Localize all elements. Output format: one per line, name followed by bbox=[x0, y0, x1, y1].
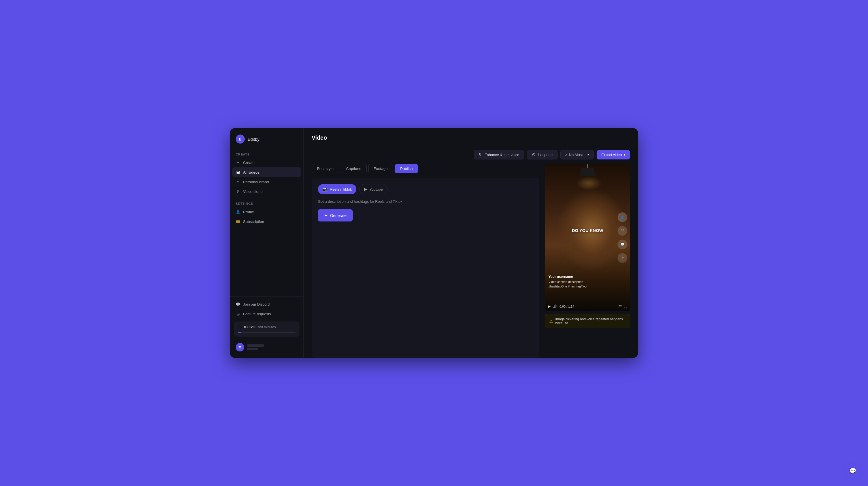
plus-icon: ✦ bbox=[236, 160, 240, 165]
chevron-down-icon-export: ▾ bbox=[624, 153, 625, 156]
tab-publish[interactable]: Publish bbox=[395, 164, 418, 173]
tab-captions[interactable]: Captions bbox=[341, 164, 367, 173]
video-controls: ▶ 🔊 0:00 / 1:14 CC ⛶ bbox=[548, 304, 627, 309]
sidebar-item-voice-clone[interactable]: 🎙 Voice clone bbox=[230, 187, 303, 196]
music-icon: ♪ bbox=[565, 152, 567, 157]
main-content: Video 🎙 Enhance & trim voice ⏱ 1x speed … bbox=[304, 128, 638, 358]
fullscreen-button[interactable]: ⛶ bbox=[624, 304, 627, 309]
mic-icon: 🎙 bbox=[236, 189, 240, 194]
video-time: 0:00 / 1:14 bbox=[559, 305, 615, 308]
usage-box: ⏱ 0 / 120 used minutes bbox=[234, 321, 300, 337]
clock-icon: ⏱ bbox=[238, 325, 243, 329]
enhance-icon: 🎙 bbox=[478, 152, 483, 157]
publish-panel: 📷 Reels / Tiktok ▶ Youtube Get a descrip… bbox=[312, 178, 539, 358]
video-comment-btn[interactable]: 💬 bbox=[618, 239, 627, 249]
platform-tab-youtube[interactable]: ▶ Youtube bbox=[359, 184, 388, 194]
video-thumbnail: DO YOU KNOW 👤 ♡ 💬 ↗ Your username Vi bbox=[545, 164, 630, 311]
platform-tabs: 📷 Reels / Tiktok ▶ Youtube bbox=[318, 184, 533, 194]
sidebar-item-profile[interactable]: 👤 Profile bbox=[230, 207, 303, 217]
generate-icon: ✦ bbox=[324, 213, 328, 218]
main-header: Video bbox=[304, 128, 638, 145]
captions-toggle[interactable]: CC bbox=[618, 304, 622, 309]
notification-bar: ⚠ Image flickering and voice repeated ha… bbox=[545, 314, 630, 328]
usage-bar-background bbox=[238, 332, 296, 333]
tab-font-style[interactable]: Font style bbox=[312, 164, 339, 173]
discord-icon: 💬 bbox=[236, 302, 240, 306]
video-preview: DO YOU KNOW 👤 ♡ 💬 ↗ Your username Vi bbox=[545, 164, 630, 358]
toolbar: 🎙 Enhance & trim voice ⏱ 1x speed ♪ No M… bbox=[304, 145, 638, 164]
sidebar-header: E Editby bbox=[230, 128, 303, 150]
instagram-icon: 📷 bbox=[322, 187, 328, 192]
export-video-button[interactable]: Export video ▾ bbox=[597, 150, 630, 159]
video-overlay-text: Your username Video caption description#… bbox=[549, 275, 619, 289]
chat-icon: 💬 bbox=[849, 467, 857, 474]
generate-button[interactable]: ✦ Generate bbox=[318, 209, 353, 222]
sidebar-item-all-videos[interactable]: ▣ All videos bbox=[232, 167, 301, 177]
tab-footage[interactable]: Footage bbox=[368, 164, 393, 173]
person-icon: 👤 bbox=[236, 209, 240, 214]
video-like-btn[interactable]: ♡ bbox=[618, 226, 627, 236]
card-icon: 💳 bbox=[236, 219, 240, 224]
sidebar-item-personal-brand[interactable]: ✦ Personal brand bbox=[230, 177, 303, 187]
sidebar-user: M bbox=[230, 339, 303, 355]
video-center-text: DO YOU KNOW bbox=[572, 228, 603, 233]
settings-section-label: SETTINGS bbox=[230, 199, 303, 207]
sidebar-item-discord[interactable]: 💬 Join our Discord bbox=[230, 299, 303, 309]
user-avatar: M bbox=[236, 343, 244, 352]
publish-description: Get a description and hashtags for Reels… bbox=[318, 199, 533, 204]
tab-bar: Font style Captions Footage Publish bbox=[312, 164, 539, 173]
video-controls-right: CC ⛶ bbox=[618, 304, 627, 309]
play-button[interactable]: ▶ bbox=[548, 304, 551, 309]
enhance-trim-button[interactable]: 🎙 Enhance & trim voice bbox=[474, 150, 524, 159]
page-title: Video bbox=[312, 134, 630, 141]
chevron-down-icon: ▾ bbox=[588, 153, 589, 156]
video-caption: Video caption description#hashtagOne #ha… bbox=[549, 280, 619, 289]
sidebar-item-create[interactable]: ✦ Create bbox=[230, 158, 303, 167]
sidebar-item-subscription[interactable]: 💳 Subscription bbox=[230, 217, 303, 226]
content-area: 🎙 Enhance & trim voice ⏱ 1x speed ♪ No M… bbox=[304, 145, 638, 358]
placeholder-line-2 bbox=[247, 348, 258, 350]
video-share-btn[interactable]: ↗ bbox=[618, 253, 627, 263]
sidebar-item-feature-requests[interactable]: ◎ Feature requests bbox=[230, 309, 303, 319]
sidebar: E Editby CREATE ✦ Create ▣ All videos ✦ … bbox=[230, 128, 304, 358]
chat-bubble-button[interactable]: 💬 bbox=[846, 464, 860, 478]
usage-bar-fill bbox=[238, 332, 241, 333]
youtube-icon: ▶ bbox=[364, 187, 367, 192]
sparkle-icon: ✦ bbox=[236, 180, 240, 184]
editor-area: Font style Captions Footage Publish 📷 Re… bbox=[304, 164, 638, 358]
video-frame: DO YOU KNOW 👤 ♡ 💬 ↗ Your username Vi bbox=[545, 164, 630, 311]
video-username: Your username bbox=[549, 275, 619, 279]
circle-icon: ◎ bbox=[236, 312, 240, 316]
speed-icon: ⏱ bbox=[532, 152, 536, 157]
lamp-decoration bbox=[576, 164, 599, 184]
placeholder-line-1 bbox=[247, 345, 264, 347]
speed-button[interactable]: ⏱ 1x speed bbox=[527, 150, 558, 159]
brand-name: Editby bbox=[248, 137, 259, 141]
editor-left-panel: Font style Captions Footage Publish 📷 Re… bbox=[312, 164, 539, 358]
video-profile-btn[interactable]: 👤 bbox=[618, 213, 627, 222]
platform-tab-reels-tiktok[interactable]: 📷 Reels / Tiktok bbox=[318, 184, 356, 194]
warning-icon: ⚠ bbox=[549, 319, 553, 323]
notification-text: Image flickering and voice repeated happ… bbox=[555, 317, 626, 325]
music-button[interactable]: ♪ No Music ▾ bbox=[560, 150, 594, 159]
video-icon: ▣ bbox=[236, 170, 240, 174]
sidebar-bottom: 💬 Join our Discord ◎ Feature requests ⏱ … bbox=[230, 296, 303, 358]
volume-button[interactable]: 🔊 bbox=[553, 304, 557, 309]
create-section-label: CREATE bbox=[230, 150, 303, 158]
brand-avatar: E bbox=[236, 134, 245, 143]
user-name-placeholder bbox=[247, 345, 264, 350]
video-side-actions: 👤 ♡ 💬 ↗ bbox=[618, 213, 627, 263]
